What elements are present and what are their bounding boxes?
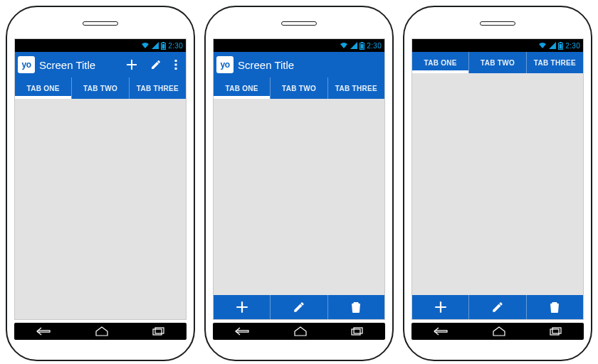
phone-speaker: [480, 21, 515, 26]
status-bar: 2:30: [15, 39, 186, 52]
tab-two[interactable]: TAB TWO: [270, 77, 327, 99]
svg-rect-4: [175, 64, 177, 66]
svg-rect-2: [162, 44, 165, 49]
app-icon[interactable]: yo: [18, 56, 35, 73]
battery-icon: [558, 42, 563, 50]
home-button[interactable]: [293, 326, 308, 336]
content-area: [412, 73, 583, 295]
system-nav-bar: [213, 323, 385, 340]
status-clock: 2:30: [367, 42, 382, 50]
wifi-icon: [340, 42, 348, 49]
pencil-icon: [150, 59, 162, 70]
recents-button[interactable]: [152, 327, 165, 336]
tab-one[interactable]: TAB ONE: [412, 52, 468, 73]
tab-three[interactable]: TAB THREE: [526, 52, 583, 73]
add-button[interactable]: [412, 295, 468, 319]
svg-rect-7: [155, 328, 164, 333]
plus-icon: [434, 300, 448, 314]
plus-icon: [235, 300, 249, 314]
signal-icon: [152, 42, 159, 49]
pencil-icon: [293, 301, 305, 314]
back-button[interactable]: [36, 327, 51, 336]
wifi-icon: [538, 42, 547, 49]
delete-button[interactable]: [526, 295, 583, 319]
tab-two[interactable]: TAB TWO: [468, 52, 525, 73]
status-clock: 2:30: [168, 42, 183, 50]
phone-screen: 2:30 yo Screen Title TAB: [14, 38, 187, 320]
tab-one[interactable]: TAB ONE: [15, 77, 71, 99]
svg-rect-17: [552, 328, 561, 333]
trash-icon: [549, 301, 560, 314]
back-button[interactable]: [433, 327, 448, 336]
svg-rect-10: [361, 44, 364, 49]
app-icon[interactable]: yo: [216, 56, 234, 73]
home-button[interactable]: [492, 326, 506, 336]
delete-button[interactable]: [327, 295, 384, 319]
edit-button[interactable]: [146, 53, 166, 76]
screen-title: Screen Title: [238, 59, 294, 71]
svg-rect-12: [354, 328, 362, 333]
recents-button[interactable]: [351, 327, 364, 336]
overflow-icon: [174, 59, 177, 70]
add-button[interactable]: [122, 53, 142, 76]
system-nav-bar: [14, 323, 187, 340]
back-button[interactable]: [234, 327, 250, 336]
screen-title: Screen Title: [39, 59, 95, 71]
action-bar: yo Screen Title: [15, 52, 186, 77]
tab-bar: TAB ONE TAB TWO TAB THREE: [214, 77, 384, 99]
phone-mock-1: 2:30 yo Screen Title TAB: [6, 6, 195, 361]
tab-three[interactable]: TAB THREE: [129, 77, 186, 99]
phone-speaker: [281, 21, 317, 26]
add-button[interactable]: [214, 295, 270, 319]
recents-button[interactable]: [550, 327, 562, 336]
phone-speaker: [83, 21, 118, 26]
svg-rect-5: [175, 68, 177, 70]
overflow-button[interactable]: [170, 53, 182, 76]
trash-icon: [350, 301, 362, 314]
status-bar: 2:30: [412, 39, 583, 52]
bottom-toolbar: [412, 295, 583, 319]
svg-rect-11: [352, 329, 360, 335]
tab-bar: TAB ONE TAB TWO TAB THREE: [412, 52, 583, 73]
phone-screen: 2:30 yo Screen Title TAB ONE TAB TWO TAB…: [213, 38, 385, 320]
phone-mock-2: 2:30 yo Screen Title TAB ONE TAB TWO TAB…: [204, 6, 394, 361]
content-area: [214, 99, 384, 295]
svg-rect-15: [560, 44, 562, 49]
svg-rect-16: [550, 329, 559, 335]
wifi-icon: [141, 42, 150, 49]
edit-button[interactable]: [270, 295, 327, 319]
status-bar: 2:30: [214, 39, 384, 52]
home-button[interactable]: [95, 326, 109, 336]
action-bar: yo Screen Title: [214, 52, 384, 77]
tab-one[interactable]: TAB ONE: [214, 77, 270, 99]
phone-mock-3: 2:30 TAB ONE TAB TWO TAB THREE: [403, 6, 592, 361]
battery-icon: [161, 42, 166, 50]
signal-icon: [549, 42, 556, 49]
battery-icon: [360, 42, 364, 50]
bottom-toolbar: [214, 295, 384, 319]
plus-icon: [125, 58, 138, 71]
pencil-icon: [491, 301, 504, 314]
signal-icon: [350, 42, 357, 49]
edit-button[interactable]: [468, 295, 525, 319]
system-nav-bar: [411, 323, 584, 340]
tab-two[interactable]: TAB TWO: [71, 77, 128, 99]
status-clock: 2:30: [565, 42, 580, 50]
content-area: [15, 99, 186, 319]
tab-three[interactable]: TAB THREE: [327, 77, 384, 99]
tab-bar: TAB ONE TAB TWO TAB THREE: [15, 77, 186, 99]
svg-rect-3: [175, 60, 177, 62]
phone-screen: 2:30 TAB ONE TAB TWO TAB THREE: [411, 38, 584, 320]
svg-rect-6: [153, 329, 162, 335]
